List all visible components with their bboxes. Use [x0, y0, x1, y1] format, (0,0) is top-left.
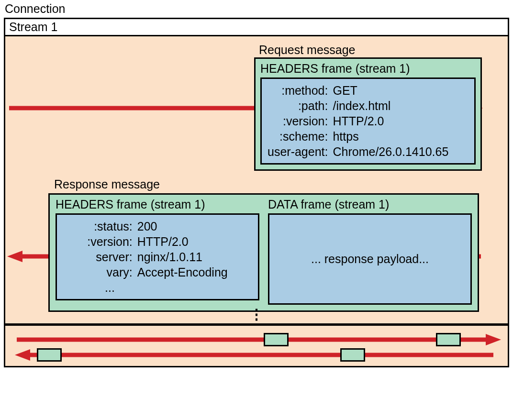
header-value: Chrome/26.0.1410.65: [333, 144, 448, 159]
header-value: https: [333, 129, 448, 144]
header-key: :version:: [87, 234, 137, 249]
request-headers-table: :method: GET :path: /index.html :version…: [268, 83, 448, 159]
response-area: Response message HEADERS frame (stream 1…: [20, 177, 493, 312]
table-row: :scheme: https: [268, 129, 448, 144]
streamN-right-arrow-icon: [5, 332, 503, 347]
response-data-column: DATA frame (stream 1) ... response paylo…: [268, 198, 472, 305]
request-headers-frame-inner: :method: GET :path: /index.html :version…: [260, 77, 476, 165]
response-headers-column: HEADERS frame (stream 1) :status: 200 :v…: [56, 198, 259, 305]
table-row: :status: 200: [87, 219, 228, 234]
table-row: :method: GET: [268, 83, 448, 98]
header-value: nginx/1.0.11: [137, 249, 228, 265]
response-data-frame-inner: ... response payload...: [268, 213, 472, 305]
request-message-label: Request message: [259, 43, 356, 57]
request-headers-frame-title: HEADERS frame (stream 1): [260, 62, 476, 76]
header-key: :version:: [268, 113, 333, 129]
mini-frame-icon: [37, 348, 62, 362]
header-value: Accept-Encoding: [137, 265, 228, 280]
header-value: 200: [137, 219, 228, 234]
header-key: :method:: [268, 83, 333, 98]
table-row: ...: [87, 280, 228, 295]
response-payload-text: ... response payload...: [311, 252, 429, 266]
mini-frame-icon: [436, 333, 461, 346]
request-area: Request message HEADERS frame (stream 1)…: [20, 46, 493, 168]
table-row: :version: HTTP/2.0: [268, 113, 448, 129]
stream1-header: Stream 1: [5, 19, 508, 36]
header-value: GET: [333, 83, 448, 98]
header-value: /index.html: [333, 98, 448, 113]
table-row: vary: Accept-Encoding: [87, 265, 228, 280]
mini-frame-icon: [340, 348, 365, 362]
header-key: server:: [87, 249, 137, 265]
header-key: :status:: [87, 219, 137, 234]
streamN-body: [5, 326, 508, 366]
header-key: :scheme:: [268, 129, 333, 144]
header-value: HTTP/2.0: [333, 113, 448, 129]
response-headers-table: :status: 200 :version: HTTP/2.0 server:: [87, 219, 228, 295]
header-key: :path:: [268, 98, 333, 113]
streamN-left-arrow-icon: [5, 348, 503, 362]
table-row: :version: HTTP/2.0: [87, 234, 228, 249]
table-row: user-agent: Chrome/26.0.1410.65: [268, 144, 448, 159]
svg-marker-7: [15, 349, 30, 361]
connection-label: Connection: [5, 2, 509, 16]
svg-marker-3: [7, 251, 22, 262]
header-ellipsis: ...: [87, 280, 137, 295]
response-data-frame-title: DATA frame (stream 1): [268, 198, 472, 211]
svg-marker-5: [486, 334, 501, 345]
response-frame: HEADERS frame (stream 1) :status: 200 :v…: [48, 193, 479, 312]
response-headers-frame-inner: :status: 200 :version: HTTP/2.0 server:: [56, 213, 259, 300]
table-row: server: nginx/1.0.11: [87, 249, 228, 265]
request-headers-frame: HEADERS frame (stream 1) :method: GET :p…: [254, 57, 482, 171]
mini-frame-icon: [264, 333, 289, 346]
response-message-label: Response message: [54, 177, 493, 191]
stream1-body: Request message HEADERS frame (stream 1)…: [5, 36, 508, 325]
header-value: [137, 280, 228, 295]
header-key: vary:: [87, 265, 137, 280]
header-key: user-agent:: [268, 144, 333, 159]
table-row: :path: /index.html: [268, 98, 448, 113]
response-headers-frame-title: HEADERS frame (stream 1): [56, 198, 259, 211]
header-value: HTTP/2.0: [137, 234, 228, 249]
connection-box: Stream 1 Request message HEADERS frame (…: [4, 18, 509, 367]
